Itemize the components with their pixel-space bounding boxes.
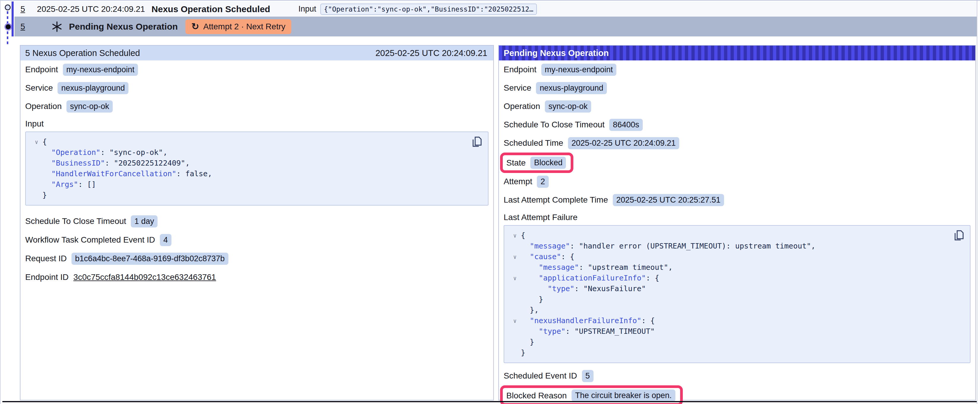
field-label: Workflow Task Completed Event ID <box>25 235 155 245</box>
panel-timestamp: 2025-02-25 UTC 20:24:09.21 <box>375 48 487 58</box>
code-text: }, <box>521 305 539 315</box>
code-text: "nexusHandlerFailureInfo": { <box>521 315 655 326</box>
field-row-endpoint: Endpointmy-nexus-endpoint <box>25 63 488 76</box>
field-label: Operation <box>504 101 540 111</box>
event-id-link[interactable]: 5 <box>21 22 25 32</box>
pending-operation-row[interactable]: 5 Pending Nexus Operation ↻ Attempt 2 · … <box>14 17 977 36</box>
code-line: } <box>509 294 952 305</box>
code-text: } <box>521 347 525 358</box>
field-value-badge: 1 day <box>131 215 158 228</box>
code-line: ∨{ <box>30 136 470 147</box>
code-gutter <box>509 305 521 315</box>
event-row-scheduled[interactable]: 5 2025-02-25 UTC 20:24:09.21 Nexus Opera… <box>14 2 977 17</box>
code-line: "message": "handler error (UPSTREAM_TIME… <box>509 241 952 252</box>
field-label: Request ID <box>25 254 67 263</box>
json-section-label: Last Attempt Failure <box>504 213 970 222</box>
field-value-badge: 4 <box>160 234 172 246</box>
field-value-badge: 2025-02-25 UTC 20:24:09.21 <box>568 137 679 149</box>
field-row-inner: Workflow Task Completed Event ID4 <box>25 234 172 246</box>
code-text: { <box>521 230 525 241</box>
field-row-inner: Servicenexus-playground <box>504 82 607 94</box>
code-gutter <box>509 284 521 294</box>
code-text: "Args": [] <box>42 179 96 190</box>
panel-header: Pending Nexus Operation <box>499 46 975 60</box>
pending-operation-detail-panel: Pending Nexus Operation Endpointmy-nexus… <box>498 45 976 401</box>
retry-status-badge: ↻ Attempt 2 · Next Retry <box>185 19 291 34</box>
field-label: State <box>506 158 526 168</box>
code-line: "message": "upstream timeout", <box>509 262 952 273</box>
field-value-badge: 86400s <box>609 119 643 131</box>
field-row-last-attempt-complete-time: Last Attempt Complete Time2025-02-25 UTC… <box>504 194 970 206</box>
code-text: } <box>521 337 534 347</box>
event-timestamp: 2025-02-25 UTC 20:24:09.21 <box>37 5 145 14</box>
code-line: "Operation": "sync-op-ok", <box>30 147 470 158</box>
code-gutter <box>509 241 521 252</box>
field-row-operation: Operationsync-op-ok <box>25 100 488 112</box>
collapse-chevron-icon[interactable]: ∨ <box>509 273 521 284</box>
field-label: Service <box>504 83 531 93</box>
code-text: } <box>42 190 47 201</box>
code-text: "cause": { <box>521 252 574 262</box>
field-label: Scheduled Event ID <box>504 371 577 380</box>
code-line: "BusinessID": "20250225122409", <box>30 158 470 168</box>
field-row-service: Servicenexus-playground <box>504 82 970 94</box>
code-text: "type": "UPSTREAM_TIMEOUT" <box>521 326 655 337</box>
field-row-inner: Request IDb1c6a4bc-8ee7-468a-9169-df3b02… <box>25 253 228 265</box>
field-row-schedule-to-close-timeout: Schedule To Close Timeout1 day <box>25 215 488 228</box>
code-gutter <box>30 168 42 179</box>
event-input-label: Input <box>298 5 316 14</box>
code-line: ∨ "nexusHandlerFailureInfo": { <box>509 315 952 326</box>
field-row-inner: Operationsync-op-ok <box>504 100 591 112</box>
field-value-link[interactable]: 3c0c75ccfa8144b092c13ce632463761 <box>73 273 216 282</box>
field-label: Last Attempt Complete Time <box>504 195 608 205</box>
timeline-current-node-icon <box>6 24 11 29</box>
event-title: Nexus Operation Scheduled <box>151 4 270 14</box>
field-value-badge: 2 <box>537 176 549 188</box>
code-text: "message": "upstream timeout", <box>521 262 673 273</box>
field-row-workflow-task-completed-event-id: Workflow Task Completed Event ID4 <box>25 234 488 246</box>
panel-body: Endpointmy-nexus-endpointServicenexus-pl… <box>499 60 975 404</box>
pending-operation-title: Pending Nexus Operation <box>69 22 178 32</box>
collapse-chevron-icon[interactable]: ∨ <box>30 136 42 147</box>
field-value-badge: sync-op-ok <box>545 100 591 112</box>
code-line: ∨{ <box>509 230 952 241</box>
event-id-link[interactable]: 5 <box>21 5 25 14</box>
field-row-inner: Last Attempt Complete Time2025-02-25 UTC… <box>504 194 724 206</box>
code-line: }, <box>509 305 952 315</box>
event-history-view: 5 2025-02-25 UTC 20:24:09.21 Nexus Opera… <box>0 0 980 404</box>
json-section-label: Input <box>25 119 488 128</box>
field-value-badge: 5 <box>582 370 593 382</box>
code-gutter <box>30 190 42 201</box>
field-value-badge: The circuit breaker is open. <box>571 390 675 402</box>
timeline-start-node-icon <box>5 5 11 10</box>
field-label: Schedule To Close Timeout <box>25 217 126 226</box>
collapse-chevron-icon[interactable]: ∨ <box>509 315 521 326</box>
field-row-inner: Attempt2 <box>504 176 549 188</box>
field-label: Endpoint <box>504 65 536 74</box>
scheduled-event-detail-panel: 5 Nexus Operation Scheduled 2025-02-25 U… <box>20 45 494 401</box>
field-row-scheduled-event-id: Scheduled Event ID5 <box>504 370 970 382</box>
pending-asterisk-icon <box>51 21 63 33</box>
copy-icon[interactable] <box>472 136 482 147</box>
code-line: } <box>509 337 952 347</box>
field-row-inner: Schedule To Close Timeout1 day <box>25 215 158 228</box>
annotation-highlight-box: StateBlocked <box>500 152 573 173</box>
field-row-endpoint: Endpointmy-nexus-endpoint <box>504 63 970 76</box>
scrollbar[interactable] <box>977 1 980 404</box>
field-row-operation: Operationsync-op-ok <box>504 100 970 112</box>
field-value-badge: Blocked <box>530 157 566 169</box>
copy-icon[interactable] <box>954 230 964 241</box>
code-gutter <box>30 179 42 190</box>
code-line: "HandlerWaitForCancellation": false, <box>30 168 470 179</box>
field-row-endpoint-id: Endpoint ID3c0c75ccfa8144b092c13ce632463… <box>25 271 488 284</box>
collapse-chevron-icon[interactable]: ∨ <box>509 252 521 262</box>
code-text: } <box>521 294 543 305</box>
field-row-inner: Operationsync-op-ok <box>25 100 113 112</box>
code-gutter <box>509 294 521 305</box>
field-row-inner: Scheduled Event ID5 <box>504 370 593 382</box>
field-row-state: StateBlocked <box>504 152 970 173</box>
event-input-preview-badge[interactable]: {"Operation":"sync-op-ok","BusinessID":"… <box>320 3 537 15</box>
code-gutter <box>30 147 42 158</box>
collapse-chevron-icon[interactable]: ∨ <box>509 230 521 241</box>
field-label: Service <box>25 83 53 93</box>
